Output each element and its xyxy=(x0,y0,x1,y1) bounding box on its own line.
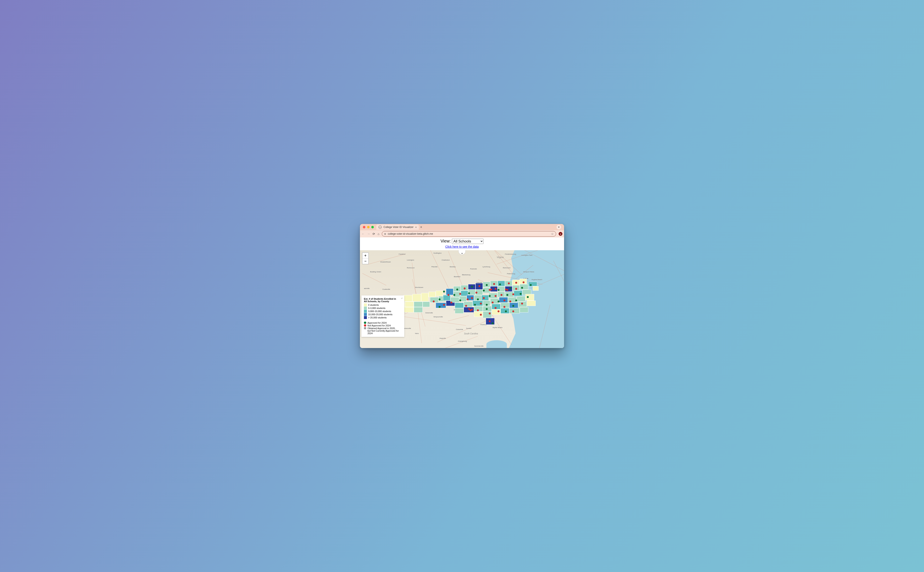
site-info-icon[interactable]: ⊕ xyxy=(384,233,386,235)
school-marker[interactable] xyxy=(510,300,511,302)
school-marker[interactable] xyxy=(486,284,488,286)
school-marker[interactable] xyxy=(474,304,476,306)
nc-choropleth[interactable] xyxy=(395,279,542,333)
school-marker[interactable] xyxy=(499,283,501,285)
school-marker[interactable] xyxy=(495,295,497,297)
county[interactable] xyxy=(412,294,421,302)
county[interactable] xyxy=(455,303,464,308)
county[interactable] xyxy=(421,293,428,302)
map-viewport[interactable]: FrankfortLexingtonRichmondHuntingtonChar… xyxy=(360,250,564,348)
legend-bin-row: 0-3,000 students xyxy=(364,306,402,309)
school-marker[interactable] xyxy=(493,283,495,285)
county[interactable] xyxy=(404,307,414,312)
school-marker[interactable] xyxy=(503,306,505,308)
data-link[interactable]: Click here to see the data xyxy=(446,245,479,248)
bookmark-star-icon[interactable]: ☆ xyxy=(551,232,554,236)
school-marker[interactable] xyxy=(520,293,522,295)
school-marker[interactable] xyxy=(512,305,514,307)
maximize-window[interactable] xyxy=(371,226,374,228)
school-marker[interactable] xyxy=(505,310,507,312)
nav-forward-icon[interactable]: → xyxy=(367,232,370,236)
county[interactable] xyxy=(520,307,528,312)
legend-expand-icon[interactable]: ⌐ xyxy=(401,296,403,300)
school-marker[interactable] xyxy=(480,314,482,316)
school-marker[interactable] xyxy=(477,298,479,300)
county[interactable] xyxy=(533,286,539,291)
nav-back-icon[interactable]: ← xyxy=(361,232,365,236)
school-marker[interactable] xyxy=(497,300,499,302)
close-window[interactable] xyxy=(363,226,365,228)
minimize-window[interactable] xyxy=(367,226,369,228)
zoom-out-button[interactable]: − xyxy=(362,258,368,264)
school-marker[interactable] xyxy=(515,300,517,302)
county[interactable] xyxy=(414,307,423,312)
school-marker[interactable] xyxy=(483,289,485,291)
school-marker[interactable] xyxy=(478,285,480,287)
school-marker[interactable] xyxy=(471,286,473,288)
school-marker[interactable] xyxy=(521,303,523,305)
school-marker[interactable] xyxy=(465,305,467,307)
school-marker[interactable] xyxy=(506,289,508,291)
school-marker[interactable] xyxy=(453,294,455,296)
school-marker[interactable] xyxy=(495,307,497,309)
nav-reload-icon[interactable]: ⟳ xyxy=(372,232,375,236)
county[interactable] xyxy=(483,311,492,318)
school-marker[interactable] xyxy=(439,298,441,300)
school-marker[interactable] xyxy=(503,300,505,302)
county[interactable] xyxy=(528,282,537,286)
school-marker[interactable] xyxy=(464,288,466,289)
county[interactable] xyxy=(520,284,528,289)
county[interactable] xyxy=(414,302,423,307)
legend-swatch xyxy=(364,303,367,306)
county[interactable] xyxy=(404,295,412,302)
school-marker[interactable] xyxy=(486,304,488,306)
county[interactable] xyxy=(527,300,536,306)
school-marker[interactable] xyxy=(521,287,523,289)
school-marker[interactable] xyxy=(497,310,499,312)
school-marker[interactable] xyxy=(512,293,514,295)
school-marker[interactable] xyxy=(489,295,491,297)
school-marker[interactable] xyxy=(510,288,511,289)
county[interactable] xyxy=(405,302,414,307)
county[interactable] xyxy=(443,295,450,300)
browser-tab[interactable]: College Voter ID Visualizer × xyxy=(376,224,419,230)
school-marker[interactable] xyxy=(459,300,461,302)
county[interactable] xyxy=(481,295,489,300)
nav-home-icon[interactable]: ⌂ xyxy=(378,232,379,236)
ublock-icon[interactable]: u xyxy=(559,232,563,236)
county[interactable] xyxy=(455,308,464,314)
school-marker[interactable] xyxy=(456,289,458,291)
school-marker[interactable] xyxy=(492,322,494,324)
city-label: Cookeville xyxy=(382,288,390,290)
school-marker[interactable] xyxy=(508,283,510,284)
school-marker[interactable] xyxy=(515,288,517,290)
close-tab-icon[interactable]: × xyxy=(415,225,417,229)
school-marker[interactable] xyxy=(523,281,525,283)
county[interactable] xyxy=(436,291,443,296)
school-marker[interactable] xyxy=(489,320,491,322)
new-tab-button[interactable]: + xyxy=(420,225,422,229)
county[interactable] xyxy=(517,296,525,302)
school-marker[interactable] xyxy=(512,310,514,312)
view-select[interactable]: All Schools xyxy=(452,239,483,244)
school-marker[interactable] xyxy=(459,293,461,295)
school-marker[interactable] xyxy=(467,298,469,300)
address-bar[interactable]: ⊕ college-voter-id-visualizer-beta.glitc… xyxy=(382,231,556,236)
zoom-in-button[interactable]: + xyxy=(362,253,368,258)
county[interactable] xyxy=(428,292,436,297)
school-marker[interactable] xyxy=(495,288,497,290)
school-marker[interactable] xyxy=(506,294,508,296)
tabs-dropdown[interactable] xyxy=(556,225,561,229)
school-marker[interactable] xyxy=(500,294,502,296)
county[interactable] xyxy=(423,302,430,307)
county[interactable] xyxy=(446,289,453,295)
school-marker[interactable] xyxy=(492,302,494,303)
school-marker[interactable] xyxy=(443,304,445,306)
globe-icon xyxy=(379,225,382,229)
county[interactable] xyxy=(497,281,505,286)
county[interactable] xyxy=(510,308,520,314)
school-marker[interactable] xyxy=(468,292,470,294)
city-label: Lexington xyxy=(407,259,414,261)
school-marker[interactable] xyxy=(477,309,479,311)
school-marker[interactable] xyxy=(490,289,492,291)
